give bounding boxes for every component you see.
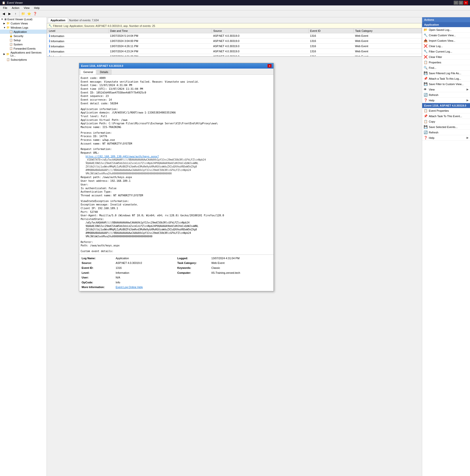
computer-value: IIS-Training.zeroed.tech [211, 271, 271, 275]
action-filter-current[interactable]: 🔧 Filter Current Log... [422, 49, 470, 54]
event-action-help-event[interactable]: ❓ Help ▶ [422, 135, 470, 141]
user-field: User: [81, 183, 272, 186]
sidebar-item-apps-services[interactable]: ▶ 📁 Applications and Services Lo... [0, 51, 47, 57]
account-name: Account name: NT AUTHORITY\SYSTEM [81, 142, 272, 146]
action-save-filter-view[interactable]: 💾 Save Filter to Custom View... [422, 81, 470, 87]
tab-details[interactable]: Details [97, 70, 111, 74]
action-open-saved[interactable]: 📂 Open Saved Log... [422, 27, 470, 33]
minimize-button[interactable]: ─ [454, 1, 458, 5]
log-name-label: Log Name: [82, 256, 114, 261]
actions-list: 📂 Open Saved Log... 🔧 Create Custom View… [422, 27, 470, 103]
sidebar-item-system[interactable]: 📋 System [0, 42, 47, 46]
event-detail-text: Event code: 4009 Event message: Viewstat… [81, 76, 272, 253]
folder-button[interactable]: 📁 [20, 11, 26, 17]
event-actions-list: 📋 Event Properties 📌 Attach Task To This… [422, 108, 470, 141]
level-value: Information [116, 271, 175, 275]
maximize-button[interactable]: □ [459, 1, 463, 5]
expand-apps-services[interactable]: ▶ [3, 53, 6, 55]
up-button[interactable]: ↑ [13, 11, 18, 17]
menu-view[interactable]: View [22, 6, 32, 10]
save-filter-view-label: Save Filter to Custom View... [429, 83, 464, 86]
action-import-view[interactable]: 📥 Import Custom View... [422, 38, 470, 43]
action-refresh-app[interactable]: 🔄 Refresh [422, 92, 470, 98]
action-create-view[interactable]: 🔧 Create Custom View... [422, 33, 470, 38]
event-action-save-selected[interactable]: 💾 Save Selected Events... [422, 124, 470, 130]
back-button[interactable]: ◀ [1, 11, 6, 17]
viewstate-ex-header: ViewStateException information: [81, 199, 272, 203]
col-source[interactable]: Source [212, 29, 308, 33]
table-row[interactable]: ℹ Information 13/07/2024 4:23:24 PM ASP.… [47, 49, 422, 54]
sidebar-item-application[interactable]: 📋 Application [0, 30, 47, 34]
sidebar-label-application: Application [14, 30, 27, 33]
action-clear-log[interactable]: ❌ Clear Log... [422, 43, 470, 49]
table-row[interactable]: ℹ Information 13/07/2024 3:04:00 PM ASP.… [47, 38, 422, 44]
app-info-header: Application information: [81, 107, 272, 111]
action-clear-filter[interactable]: ❌ Clear Filter [422, 54, 470, 60]
table-row[interactable]: ℹ Information 13/07/2024 5:14:04 PM ASP.… [47, 33, 422, 38]
client-ip: Client IP: 192.168.189.1 [81, 206, 272, 210]
save-filter-view-icon: 💾 [424, 82, 428, 86]
sidebar-label-system: System [14, 43, 23, 46]
action-save-filtered[interactable]: 💾 Save Filtered Log File As... [422, 71, 470, 76]
sidebar-item-subscriptions[interactable]: 📋 Subscriptions [0, 57, 47, 62]
event-action-refresh-event[interactable]: 🔄 Refresh [422, 130, 470, 135]
event-action-event-properties[interactable]: 📋 Event Properties [422, 108, 470, 113]
event-detail-code: Event detail code: 50204 [81, 102, 272, 105]
star-button[interactable]: ⭐ [26, 11, 32, 17]
create-view-label: Create Custom View... [429, 34, 456, 37]
filter-icon: 🔧 [49, 24, 52, 27]
more-info-link[interactable]: Event Log Online Help [116, 286, 143, 289]
sidebar-label-apps-services: Applications and Services Lo... [10, 51, 46, 57]
event-action-attach-task-event[interactable]: 📌 Attach Task To This Event... [422, 113, 470, 119]
close-button[interactable]: ✕ [464, 1, 468, 5]
title-bar: 📋 Event Viewer ─ □ ✕ [0, 0, 470, 5]
table-row[interactable]: ℹ Information 13/07/2024 4:21:38 PM ASP.… [47, 54, 422, 57]
dialog-close-button[interactable]: ✕ [268, 64, 271, 68]
tab-general[interactable]: General [80, 70, 96, 74]
auth-type: Authentication Type: [81, 190, 272, 194]
expand-custom-views[interactable]: ▶ [3, 22, 6, 25]
col-level[interactable]: Level [47, 29, 109, 33]
action-help-app[interactable]: ❓ Help ▶ [422, 98, 470, 103]
col-taskcategory[interactable]: Task Category [354, 29, 422, 33]
expand-windows-logs[interactable]: ▼ [3, 26, 6, 29]
event-action-copy[interactable]: 📋 Copy [422, 119, 470, 124]
col-eventid[interactable]: Event ID [308, 29, 354, 33]
import-view-icon: 📥 [424, 39, 428, 42]
menu-file[interactable]: File [1, 6, 9, 10]
sidebar-item-setup[interactable]: 📋 Setup [0, 38, 47, 42]
menu-action[interactable]: Action [10, 6, 21, 10]
sidebar-item-windows-logs[interactable]: ▼ 📁 Windows Logs [0, 25, 47, 30]
app-domain: Application domain: /LM/W3SVC/1/ROOT/owa… [81, 111, 272, 114]
sidebar-item-custom-views[interactable]: ▶ 📁 Custom Views [0, 21, 47, 25]
sidebar-item-local[interactable]: ▼ 🖥 Event Viewer (Local) [0, 17, 47, 21]
clear-filter-label: Clear Filter [429, 55, 442, 58]
sidebar-item-security[interactable]: 🔒 Security [0, 34, 47, 38]
thread-account: Thread account name: NT AUTHORITY\SYSTEM [81, 194, 272, 197]
event-properties-label: Event Properties [429, 109, 449, 112]
event-table-area: 🔧 Filtered: Log: Application; Sources: A… [47, 23, 422, 57]
event-code: Event code: 4009 [81, 76, 272, 80]
request-url-link[interactable]: https://192.168.189.130:443/owa/auth/key… [86, 155, 159, 158]
table-row[interactable]: ℹ Information 13/07/2024 4:26:11 PM ASP.… [47, 44, 422, 49]
sidebar-item-forwarded[interactable]: 📋 Forwarded Events [0, 46, 47, 51]
action-view[interactable]: 👁 View ▶ [422, 87, 470, 92]
menu-help[interactable]: Help [32, 6, 42, 10]
tab-application[interactable]: Application [48, 18, 68, 22]
action-attach-task[interactable]: 📌 Attach a Task To this Log... [422, 76, 470, 81]
keywords-value: Classic [211, 266, 271, 270]
action-find[interactable]: 🔍 Find... [422, 65, 470, 71]
trust-level: Trust level: Full [81, 114, 272, 118]
is-authenticated: Is authenticated: False [81, 186, 272, 190]
dialog-content: Event code: 4009 Event message: Viewstat… [79, 75, 273, 255]
sidebar-label-custom-views: Custom Views [11, 22, 28, 25]
persisted-state-value: /wEy7wcAAQAAAP////8BAAAAAAAAAwCAAAAXk1pY… [81, 221, 272, 238]
properties-label: Properties [429, 61, 441, 64]
actions-event-section: Event 1316, ASP.NET 4.0.30319.0 [422, 103, 470, 108]
action-properties[interactable]: 📋 Properties [422, 60, 470, 65]
col-datetime[interactable]: Date and Time [108, 29, 212, 33]
forward-button[interactable]: ▶ [7, 11, 12, 17]
sidebar-label-local: Event Viewer (Local) [7, 18, 32, 21]
help-button[interactable]: ❓ [32, 11, 38, 17]
expand-local[interactable]: ▼ [1, 18, 4, 20]
